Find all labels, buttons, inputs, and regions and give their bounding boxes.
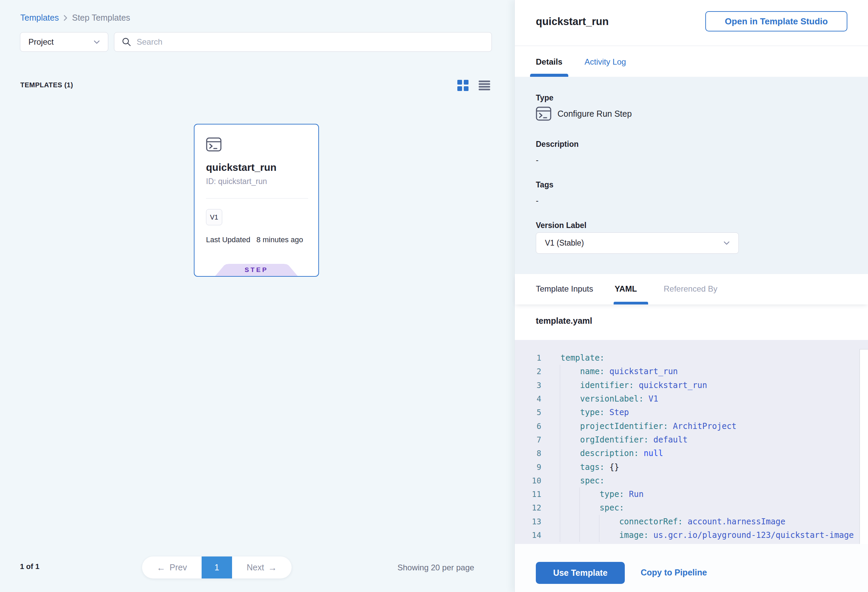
line-number: 8: [515, 449, 541, 458]
grid-view-icon[interactable]: [457, 80, 468, 91]
code-line: 7 orgIdentifier: default: [515, 433, 868, 447]
code-line: 8 description: null: [515, 447, 868, 460]
tab-activity-log[interactable]: Activity Log: [585, 57, 626, 66]
yaml-code-editor[interactable]: 1template:2 name: quickstart_run3 identi…: [515, 340, 868, 544]
chevron-down-icon: [94, 40, 100, 44]
code-text: versionLabel: V1: [561, 394, 658, 404]
chevron-down-icon: [723, 241, 730, 245]
search-input[interactable]: [137, 37, 484, 47]
yaml-file-header: template.yaml: [515, 304, 868, 340]
active-tab-indicator: [614, 302, 648, 304]
prev-label: Prev: [170, 562, 187, 572]
code-line: 12 spec:: [515, 501, 868, 515]
code-text: image: us.gcr.io/playground-123/quicksta…: [561, 530, 854, 540]
line-number: 9: [515, 463, 541, 472]
card-title: quickstart_run: [206, 162, 276, 173]
card-last-updated: Last Updated 8 minutes ago: [206, 235, 303, 244]
prev-page-button[interactable]: ← Prev: [142, 557, 202, 579]
use-template-button[interactable]: Use Template: [536, 562, 625, 584]
page-summary: 1 of 1: [20, 562, 39, 571]
scope-select-value: Project: [28, 37, 54, 47]
open-template-studio-button[interactable]: Open in Template Studio: [705, 11, 847, 31]
card-divider: [206, 198, 308, 199]
back-arrow-icon: ←: [156, 563, 165, 572]
code-text: name: quickstart_run: [561, 367, 678, 376]
last-updated-value: 8 minutes ago: [257, 235, 303, 244]
next-page-button[interactable]: Next →: [232, 557, 292, 579]
code-line: 1template:: [515, 351, 868, 365]
line-number: 6: [515, 422, 541, 431]
line-number: 1: [515, 353, 541, 362]
type-value: Configure Run Step: [558, 109, 632, 119]
code-line: 14 image: us.gcr.io/playground-123/quick…: [515, 529, 868, 542]
code-text: orgIdentifier: default: [561, 435, 688, 444]
editor-minimap[interactable]: [859, 349, 868, 544]
scope-select-dropdown[interactable]: Project: [20, 32, 108, 52]
details-section: Type Configure Run Step Description - Ta…: [515, 77, 868, 274]
tab-template-inputs[interactable]: Template Inputs: [536, 284, 593, 294]
copy-to-pipeline-link[interactable]: Copy to Pipeline: [641, 568, 707, 577]
breadcrumb-chevron-icon: [63, 15, 67, 21]
page-1-button[interactable]: 1: [202, 557, 232, 579]
terminal-icon: [536, 106, 551, 121]
last-updated-label: Last Updated: [206, 235, 250, 244]
view-toggles: [457, 80, 490, 91]
line-number: 4: [515, 394, 541, 403]
code-line: 9 tags: {}: [515, 460, 868, 474]
terminal-icon: [206, 137, 221, 152]
version-label: Version Label: [536, 221, 586, 230]
tags-value: -: [536, 196, 539, 205]
search-input-wrapper: [114, 32, 492, 52]
line-number: 10: [515, 476, 541, 485]
description-value: -: [536, 155, 539, 165]
details-tab-bar: Details Activity Log: [515, 46, 868, 77]
tab-yaml[interactable]: YAML: [615, 284, 637, 294]
code-text: description: null: [561, 449, 663, 458]
code-line: 5 type: Step: [515, 406, 868, 419]
card-step-badge: STEP: [215, 264, 298, 276]
code-text: identifier: quickstart_run: [561, 381, 707, 390]
code-line: 10 spec:: [515, 474, 868, 487]
template-card[interactable]: quickstart_run ID: quickstart_run V1 Las…: [194, 124, 319, 277]
line-number: 13: [515, 517, 541, 526]
breadcrumb-current: Step Templates: [72, 13, 130, 23]
card-version-badge: V1: [206, 209, 222, 225]
yaml-code-lines: 1template:2 name: quickstart_run3 identi…: [515, 340, 868, 542]
breadcrumb: Templates Step Templates: [20, 13, 130, 23]
code-text: type: Run: [561, 490, 644, 499]
code-line: 2 name: quickstart_run: [515, 365, 868, 378]
yaml-tab-bar: Template Inputs YAML Referenced By: [515, 274, 868, 304]
version-dropdown-value: V1 (Stable): [545, 239, 584, 248]
code-line: 4 versionLabel: V1: [515, 392, 868, 406]
tags-label: Tags: [536, 180, 554, 189]
app-root: Templates Step Templates Project TEMPLAT…: [0, 0, 868, 592]
code-text: tags: {}: [561, 462, 619, 472]
per-page-label: Showing 20 per page: [397, 563, 474, 572]
type-label: Type: [536, 93, 554, 102]
code-text: spec:: [561, 476, 604, 486]
forward-arrow-icon: →: [268, 563, 277, 572]
line-number: 7: [515, 436, 541, 444]
details-header: quickstart_run Open in Template Studio: [515, 0, 868, 46]
line-number: 14: [515, 531, 541, 540]
next-label: Next: [247, 562, 264, 572]
tab-details[interactable]: Details: [536, 57, 562, 66]
pagination: ← Prev 1 Next →: [142, 557, 292, 579]
tab-referenced-by[interactable]: Referenced By: [664, 284, 717, 294]
line-number: 12: [515, 503, 541, 512]
details-title: quickstart_run: [536, 16, 608, 28]
active-tab-indicator: [530, 74, 568, 77]
breadcrumb-templates-link[interactable]: Templates: [20, 13, 59, 23]
line-number: 5: [515, 408, 541, 417]
yaml-file-name: template.yaml: [536, 316, 592, 326]
code-text: spec:: [561, 503, 624, 512]
list-view-icon[interactable]: [479, 80, 490, 91]
version-dropdown[interactable]: V1 (Stable): [536, 232, 739, 254]
code-text: connectorRef: account.harnessImage: [561, 517, 785, 526]
search-icon: [122, 37, 131, 47]
code-line: 11 type: Run: [515, 487, 868, 501]
templates-count-label: TEMPLATES (1): [20, 81, 73, 89]
card-id: ID: quickstart_run: [206, 177, 267, 186]
code-line: 13 connectorRef: account.harnessImage: [515, 515, 868, 529]
code-line: 3 identifier: quickstart_run: [515, 378, 868, 392]
